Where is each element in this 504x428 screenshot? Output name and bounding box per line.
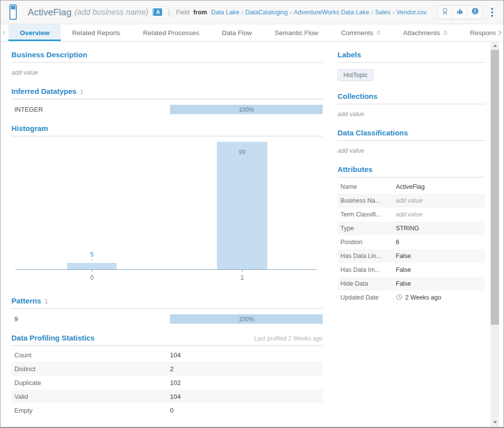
section-histogram: Histogram 50991 <box>11 116 323 289</box>
profiling-stat-label: Distinct <box>14 365 170 373</box>
certify-ribbon-button[interactable] <box>438 6 453 19</box>
breadcrumb-item[interactable]: DataCataloging <box>245 9 288 16</box>
profiling-table: Count104Distinct2Duplicate102Valid104Emp… <box>11 348 323 417</box>
breadcrumb-separator: › <box>241 9 243 16</box>
attribute-label: Has Data Im... <box>340 266 396 273</box>
profiling-stat-value: 0 <box>170 407 173 414</box>
section-inferred-datatypes: Inferred Datatypes 1 INTEGER100% <box>11 79 323 114</box>
profiling-row: Empty0 <box>11 403 323 417</box>
profiling-stat-label: Count <box>14 351 170 359</box>
scroll-up-icon[interactable] <box>491 42 499 49</box>
tab-label: Related Processes <box>143 29 199 37</box>
ribbon-icon <box>441 7 449 17</box>
attribute-label: Name <box>340 183 396 190</box>
attribute-value[interactable]: add value <box>396 197 422 204</box>
page: ActiveFlag (add business name) A | Field… <box>0 0 504 428</box>
alert-button[interactable] <box>467 6 482 19</box>
axis-category-label: 0 <box>82 274 102 281</box>
attribute-label: Term Classifi... <box>340 211 396 218</box>
profiling-row: Distinct2 <box>11 362 323 376</box>
attribute-row: Updated Date2 Weeks ago <box>337 291 485 304</box>
add-value-field[interactable]: add value <box>337 147 485 154</box>
scroll-down-icon[interactable] <box>491 419 499 426</box>
attribute-row: Has Data Lin...False <box>337 249 485 263</box>
add-value-field[interactable]: add value <box>337 111 485 118</box>
profiling-stat-label: Empty <box>14 407 170 414</box>
breadcrumb-item[interactable]: Sales <box>375 9 390 16</box>
axis-tick <box>92 270 92 272</box>
bar-row-label: 9 <box>14 315 170 323</box>
tab-related-processes[interactable]: Related Processes <box>132 24 210 41</box>
breadcrumb: Data Lake›DataCataloging›AdventureWorks … <box>211 9 426 16</box>
section-header: Data Classifications <box>337 121 485 141</box>
section-header: Labels <box>337 43 485 63</box>
asset-type-label: Field <box>176 9 189 16</box>
attribute-value: False <box>396 280 411 287</box>
tab-label: Attachments <box>403 29 440 37</box>
breadcrumb-item[interactable]: Data Lake <box>211 9 239 16</box>
percent-bar-row: 9100% <box>14 314 323 324</box>
like-button[interactable] <box>453 6 467 19</box>
bar-row-label: INTEGER <box>14 106 170 113</box>
section-patterns: Patterns 1 9100% <box>11 289 323 324</box>
pattern-rows: 9100% <box>11 314 323 324</box>
histogram-bar[interactable] <box>217 142 267 269</box>
tabs: OverviewRelated ReportsRelated Processes… <box>8 24 496 41</box>
vertical-scrollbar[interactable] <box>491 42 499 427</box>
axis-tick <box>242 270 243 272</box>
tab-label: Related Reports <box>72 29 121 37</box>
attribute-row: Position6 <box>337 235 485 249</box>
kebab-menu-icon[interactable] <box>487 6 498 19</box>
percent-bar: 100% <box>170 314 323 324</box>
asset-type-badge: A <box>152 8 162 16</box>
profiling-row: Duplicate102 <box>11 376 323 389</box>
tab-count: 0 <box>444 29 447 37</box>
tab-related-reports[interactable]: Related Reports <box>61 24 132 41</box>
attribute-value: False <box>396 266 411 273</box>
section-title: Patterns <box>11 297 41 305</box>
content: Business Description add value Inferred … <box>0 42 504 428</box>
tab-responsibiliti[interactable]: Responsibiliti <box>459 24 496 41</box>
bar-value-label: 99 <box>232 149 252 156</box>
attribute-label: Hide Data <box>340 280 396 287</box>
section-business-description: Business Description add value <box>11 43 323 76</box>
field-column-icon <box>9 4 17 20</box>
section-header: Inferred Datatypes 1 <box>11 79 323 99</box>
tabs-scroll-right-icon[interactable] <box>496 24 504 41</box>
profiling-row: Valid104 <box>11 389 323 403</box>
bar-value-label: 5 <box>82 251 102 258</box>
breadcrumb-item[interactable]: AdventureWorks Data Lake <box>294 9 369 16</box>
attribute-row: Term Classifi...add value <box>337 208 485 221</box>
tab-attachments[interactable]: Attachments0 <box>392 24 459 41</box>
profiling-stat-value: 2 <box>170 365 173 373</box>
profiling-stat-value: 102 <box>170 379 181 386</box>
divider: | <box>168 8 170 16</box>
last-profiled-note: Last profiled 2 Weeks ago <box>254 335 323 342</box>
attribute-value: 2 Weeks ago <box>396 294 441 302</box>
tab-count: 0 <box>377 29 380 37</box>
attribute-value: STRING <box>396 225 419 232</box>
scrollbar-thumb[interactable] <box>491 50 499 325</box>
breadcrumb-item[interactable]: Vendor.csv <box>396 9 426 16</box>
left-column: Business Description add value Inferred … <box>11 42 323 428</box>
attribute-row: NameActiveFlag <box>337 180 485 194</box>
right-column: Labels HotTopic Collections add value Da… <box>337 42 485 428</box>
breadcrumb-separator: › <box>290 9 292 16</box>
label-chip[interactable]: HotTopic <box>337 69 374 81</box>
attribute-value: ActiveFlag <box>396 183 424 190</box>
business-name-placeholder[interactable]: (add business name) <box>75 8 148 17</box>
percent-bar-row: INTEGER100% <box>14 105 323 114</box>
tab-label: Responsibiliti <box>470 29 496 37</box>
add-value-field[interactable]: add value <box>11 69 323 76</box>
breadcrumb-separator: › <box>392 9 394 16</box>
attribute-row: Business Na...add value <box>337 194 485 208</box>
tab-overview[interactable]: Overview <box>8 24 61 41</box>
tab-semantic-flow[interactable]: Semantic Flow <box>263 24 330 41</box>
tab-comments[interactable]: Comments0 <box>330 24 392 41</box>
tab-data-flow[interactable]: Data Flow <box>210 24 263 41</box>
tabs-scroll-left-icon[interactable] <box>0 24 8 41</box>
attribute-label: Position <box>340 239 396 246</box>
section-count: 1 <box>44 298 48 305</box>
attribute-value[interactable]: add value <box>396 211 422 218</box>
histogram-bar[interactable] <box>67 263 117 269</box>
